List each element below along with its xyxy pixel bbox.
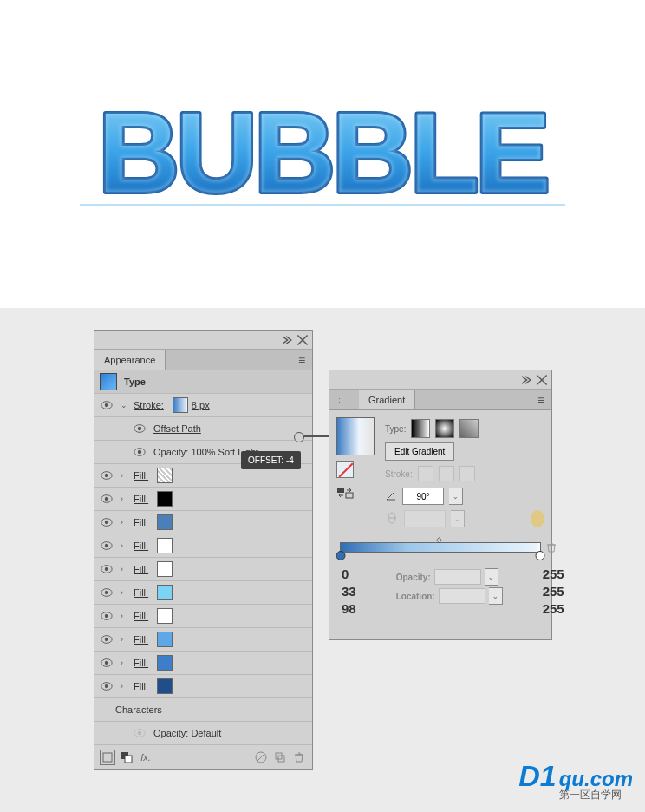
visibility-toggle-icon[interactable]	[100, 632, 114, 646]
visibility-toggle-icon[interactable]	[133, 445, 147, 459]
visibility-toggle-icon[interactable]	[133, 422, 147, 435]
panel-titlebar	[329, 370, 551, 390]
offset-path-row[interactable]: Offset Path	[94, 417, 312, 441]
chevron-right-icon[interactable]: ›	[121, 471, 131, 480]
type-header-row: Type	[94, 370, 312, 394]
trash-icon[interactable]	[291, 750, 307, 765]
svg-line-35	[257, 754, 264, 761]
collapse-icon[interactable]	[283, 334, 295, 346]
linear-gradient-icon[interactable]	[411, 419, 430, 438]
visibility-toggle-icon[interactable]	[133, 726, 147, 740]
close-icon[interactable]	[296, 334, 309, 346]
svg-point-8	[138, 450, 141, 454]
no-selection-icon[interactable]	[100, 750, 115, 765]
chevron-right-icon[interactable]: ›	[121, 541, 131, 550]
visibility-toggle-icon[interactable]	[100, 492, 114, 506]
offset-tooltip: OFFSET: -4	[241, 451, 301, 469]
stroke-along-icon	[439, 466, 454, 481]
visibility-toggle-icon[interactable]	[100, 468, 114, 482]
svg-point-10	[105, 474, 108, 477]
fill-swatch[interactable]	[157, 655, 173, 671]
fill-swatch[interactable]	[157, 585, 173, 600]
watermark-brand: D1	[518, 759, 556, 793]
radial-gradient-icon[interactable]	[435, 419, 454, 438]
watermark-cn: 第一区自学网	[559, 789, 633, 800]
duplicate-icon[interactable]	[272, 750, 288, 765]
gradient-preview-swatch[interactable]	[336, 417, 375, 455]
fill-row[interactable]: ›Fill:	[94, 511, 312, 534]
fill-row[interactable]: ›Fill:	[94, 652, 312, 675]
svg-point-6	[138, 427, 141, 430]
type-label: Type:	[385, 424, 406, 434]
stroke-width-value[interactable]: 8 px	[192, 400, 210, 410]
clear-icon[interactable]	[253, 750, 269, 765]
fill-row[interactable]: ›Fill:	[94, 605, 312, 628]
chevron-right-icon[interactable]: ›	[121, 494, 131, 503]
fill-swatch[interactable]	[157, 468, 173, 483]
visibility-toggle-icon[interactable]	[100, 562, 114, 576]
chevron-down-icon[interactable]: ⌄	[121, 401, 131, 409]
aspect-dropdown-icon: ⌄	[451, 510, 465, 527]
stroke-label: Stroke:	[385, 469, 413, 479]
fill-swatch[interactable]	[157, 678, 173, 694]
visibility-toggle-icon[interactable]	[100, 679, 114, 693]
chevron-right-icon[interactable]: ›	[121, 518, 131, 527]
fill-swatch[interactable]	[157, 561, 173, 577]
fill-swatch[interactable]	[157, 514, 173, 530]
collapse-icon[interactable]	[522, 374, 534, 386]
chevron-right-icon[interactable]: ›	[121, 588, 131, 597]
stroke-swatch[interactable]	[173, 397, 188, 413]
fill-swatch[interactable]	[157, 608, 173, 624]
fill-row[interactable]: ›Fill:	[94, 558, 312, 581]
fill-label: Fill:	[134, 494, 148, 504]
drag-handle-icon[interactable]: ⋮⋮	[329, 394, 359, 405]
visibility-toggle-icon[interactable]	[100, 656, 114, 670]
stroke-across-icon	[459, 466, 475, 481]
edit-gradient-button[interactable]: Edit Gradient	[385, 442, 454, 461]
delete-stop-icon[interactable]	[545, 541, 557, 553]
reverse-gradient-icon[interactable]	[336, 485, 375, 502]
aspect-ratio-icon	[385, 512, 399, 526]
chevron-right-icon[interactable]: ›	[121, 565, 131, 573]
stroke-fill-icon[interactable]	[119, 750, 134, 765]
fill-swatch[interactable]	[157, 491, 173, 507]
gradient-stop[interactable]	[336, 551, 346, 560]
panel-menu-icon[interactable]: ≡	[531, 390, 551, 410]
fill-row[interactable]: ›Fill:	[94, 675, 312, 698]
chevron-right-icon[interactable]: ›	[121, 612, 131, 620]
visibility-toggle-icon[interactable]	[100, 515, 114, 529]
svg-text:BUBBLE: BUBBLE	[98, 89, 547, 216]
fill-swatch[interactable]	[157, 632, 173, 647]
tab-gradient[interactable]: Gradient	[359, 390, 415, 409]
fill-swatch[interactable]	[157, 538, 173, 553]
close-icon[interactable]	[536, 374, 548, 386]
midpoint-diamond-icon[interactable]: ◇	[436, 535, 442, 544]
angle-input[interactable]	[402, 488, 444, 505]
chevron-right-icon[interactable]: ›	[121, 635, 131, 644]
fill-row[interactable]: ›Fill:	[94, 581, 312, 605]
visibility-toggle-icon[interactable]	[100, 609, 114, 623]
chevron-right-icon[interactable]: ›	[121, 682, 131, 691]
stroke-row[interactable]: ⌄ Stroke: 8 px	[94, 394, 312, 417]
gradient-stop[interactable]	[536, 551, 545, 560]
characters-row[interactable]: Characters	[94, 698, 312, 722]
opacity-default-row[interactable]: Opacity: Default	[94, 722, 312, 745]
fill-label: Fill:	[134, 611, 148, 621]
gradient-slider[interactable]: ◇	[340, 542, 541, 553]
stroke-none-swatch[interactable]	[336, 461, 354, 478]
panel-menu-icon[interactable]: ≡	[291, 350, 312, 370]
fill-row[interactable]: ›Fill:	[94, 534, 312, 558]
chevron-right-icon[interactable]: ›	[121, 658, 131, 667]
artboard: BUBBLE BUBBLE	[0, 0, 645, 308]
tab-appearance[interactable]: Appearance	[94, 350, 166, 370]
fill-row[interactable]: ›Fill:	[94, 628, 312, 652]
angle-dropdown-icon[interactable]: ⌄	[449, 488, 463, 505]
stop-left-1: 0	[342, 566, 356, 581]
visibility-toggle-icon[interactable]	[100, 586, 114, 599]
fill-row[interactable]: ›Fill:	[94, 488, 312, 511]
visibility-toggle-icon[interactable]	[100, 539, 114, 553]
freeform-gradient-icon[interactable]	[459, 419, 479, 438]
offset-path-label: Offset Path	[153, 423, 201, 434]
fx-icon[interactable]: fx.	[138, 750, 153, 765]
visibility-toggle-icon[interactable]	[100, 398, 114, 412]
